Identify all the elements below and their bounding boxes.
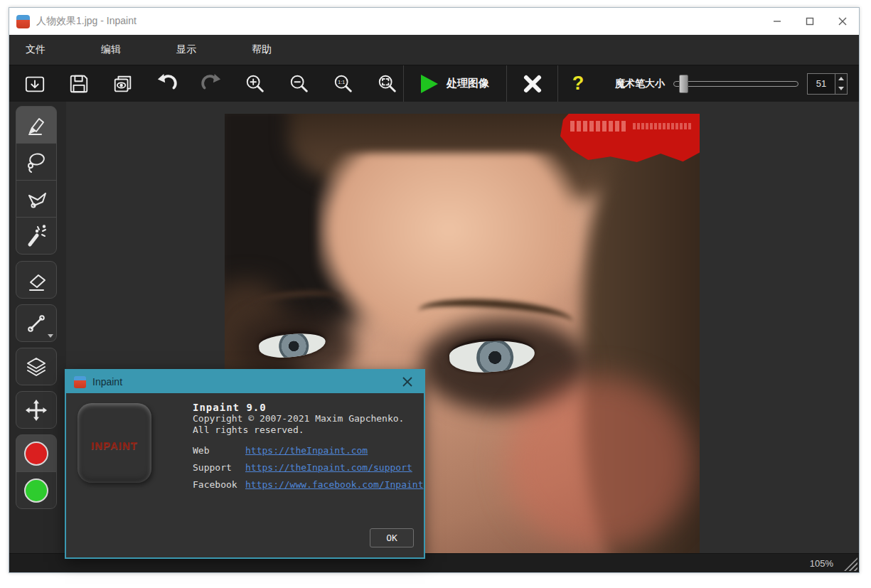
about-text: Inpaint 9.0 Copyright © 2007-2021 Maxim … xyxy=(193,402,415,496)
photo-cheek-blush xyxy=(506,377,694,551)
redo-button[interactable] xyxy=(196,68,227,100)
slider-track[interactable] xyxy=(673,81,798,87)
red-mask-selection xyxy=(560,114,700,164)
redo-icon xyxy=(201,73,222,95)
photo-right-eye xyxy=(449,336,535,374)
undo-icon xyxy=(156,73,178,95)
screenshot-page: 人物效果1.jpg - Inpaint 文件 编辑 显示 帮助 xyxy=(0,0,871,588)
spinner-down-button[interactable] xyxy=(835,84,847,94)
facebook-label: Facebook xyxy=(193,479,245,490)
menu-file[interactable]: 文件 xyxy=(26,43,46,56)
zoom-out-icon xyxy=(289,73,310,95)
polygon-lasso-tool-button[interactable] xyxy=(16,180,57,218)
undo-button[interactable] xyxy=(151,68,183,100)
dialog-titlebar[interactable]: Inpaint xyxy=(66,370,424,393)
help-button[interactable]: ? xyxy=(558,65,598,102)
eraser-tool-button[interactable] xyxy=(16,261,57,299)
preview-button[interactable] xyxy=(107,68,139,100)
zoom-out-button[interactable] xyxy=(284,68,315,100)
open-icon xyxy=(24,73,46,95)
facebook-link[interactable]: https://www.facebook.com/Inpaint xyxy=(245,479,423,490)
web-label: Web xyxy=(193,445,245,456)
inpaint-logo-text: INPAINT xyxy=(91,439,138,451)
minimize-icon xyxy=(773,17,781,26)
brush-size-label: 魔术笔大小 xyxy=(615,77,665,90)
photo-left-eyebrow xyxy=(235,286,345,323)
web-row: Web https://theInpaint.com xyxy=(193,445,415,456)
move-icon xyxy=(24,398,48,422)
arrow-up-icon xyxy=(838,77,844,80)
photo-hair-top xyxy=(289,114,694,206)
dialog-app-icon xyxy=(74,376,86,388)
save-button[interactable] xyxy=(63,68,95,100)
app-logo-icon xyxy=(16,15,30,28)
spinner-arrows xyxy=(835,73,848,95)
question-mark-icon: ? xyxy=(572,73,584,95)
actual-size-button[interactable]: 1:1 xyxy=(328,68,359,100)
red-marker-button[interactable] xyxy=(16,434,57,472)
support-label: Support xyxy=(193,462,245,473)
menu-view[interactable]: 显示 xyxy=(176,43,196,56)
brush-size-slider[interactable] xyxy=(673,75,798,93)
support-row: Support https://theInpaint.com/support xyxy=(193,462,415,473)
menu-edit[interactable]: 编辑 xyxy=(101,43,121,56)
dialog-body: INPAINT Inpaint 9.0 Copyright © 2007-202… xyxy=(66,393,424,556)
magic-wand-tool-button[interactable] xyxy=(16,217,57,255)
dialog-close-button[interactable] xyxy=(399,373,416,390)
titlebar-left: 人物效果1.jpg - Inpaint xyxy=(9,15,761,28)
actual-size-icon: 1:1 xyxy=(333,73,354,95)
process-image-button[interactable]: 处理图像 xyxy=(403,65,507,102)
process-image-label: 处理图像 xyxy=(447,77,489,90)
polygon-lasso-icon xyxy=(24,187,48,211)
green-circle-icon xyxy=(24,479,48,503)
about-heading: Inpaint 9.0 xyxy=(193,402,415,413)
preview-icon xyxy=(112,73,134,95)
support-link[interactable]: https://theInpaint.com/support xyxy=(245,462,412,473)
fit-screen-button[interactable] xyxy=(372,68,403,100)
toolbar: 1:1 处理图像 ? 魔术笔大小 xyxy=(9,65,859,102)
brush-size-input[interactable] xyxy=(807,73,835,95)
marker-icon xyxy=(24,113,48,137)
fit-screen-icon xyxy=(377,73,398,95)
photo-left-eye xyxy=(258,328,327,360)
watermark-trace-1 xyxy=(570,121,626,132)
photo-right-eyebrow xyxy=(417,294,575,338)
close-icon xyxy=(838,17,847,26)
facebook-row: Facebook https://www.facebook.com/Inpain… xyxy=(193,479,415,490)
inpaint-logo: INPAINT xyxy=(78,403,151,483)
menu-help[interactable]: 帮助 xyxy=(252,43,272,56)
resize-grip[interactable] xyxy=(844,557,857,571)
layers-tool-button[interactable] xyxy=(16,348,57,385)
photo-right-eyeshadow xyxy=(421,319,588,412)
marker-tool-button[interactable] xyxy=(16,106,57,144)
window-title: 人物效果1.jpg - Inpaint xyxy=(36,15,137,28)
copyright-line-2: All rights reserved. xyxy=(193,424,415,436)
titlebar[interactable]: 人物效果1.jpg - Inpaint xyxy=(9,8,859,35)
arrow-down-icon xyxy=(838,87,844,90)
link-rows: Web https://theInpaint.com Support https… xyxy=(193,445,415,490)
maximize-button[interactable] xyxy=(793,8,826,35)
photo-backdrop xyxy=(225,114,402,352)
copyright-line-1: Copyright © 2007-2021 Maxim Gapchenko. xyxy=(193,413,415,424)
line-tool-button[interactable] xyxy=(16,304,57,342)
zoom-in-button[interactable] xyxy=(240,68,271,100)
app-window: 人物效果1.jpg - Inpaint 文件 编辑 显示 帮助 xyxy=(9,7,860,573)
open-button[interactable] xyxy=(19,68,50,100)
close-button[interactable] xyxy=(826,8,859,35)
move-tool-button[interactable] xyxy=(16,391,57,429)
window-controls xyxy=(761,8,859,35)
ok-button[interactable]: OK xyxy=(370,528,414,547)
minimize-button[interactable] xyxy=(761,8,793,35)
x-icon xyxy=(522,73,543,95)
clear-selection-button[interactable] xyxy=(507,65,558,102)
svg-text:1:1: 1:1 xyxy=(338,80,345,85)
slider-handle[interactable] xyxy=(679,75,688,93)
green-marker-button[interactable] xyxy=(16,471,57,509)
brush-size-group: 魔术笔大小 xyxy=(615,73,859,95)
magic-wand-icon xyxy=(24,224,48,248)
lasso-tool-button[interactable] xyxy=(16,143,57,181)
save-icon xyxy=(68,73,90,95)
web-link[interactable]: https://theInpaint.com xyxy=(245,445,368,456)
spinner-up-button[interactable] xyxy=(835,74,847,84)
play-icon xyxy=(421,75,438,93)
